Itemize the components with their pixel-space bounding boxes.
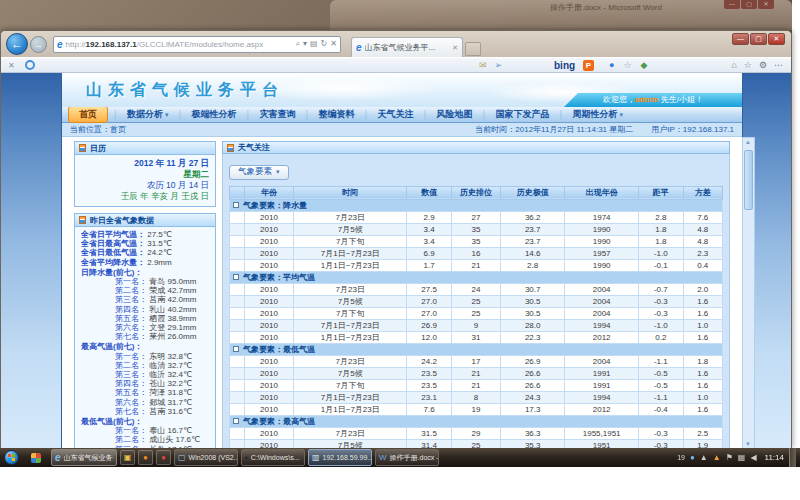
cell: 1994 [565, 391, 639, 403]
new-tab-button[interactable] [465, 42, 481, 56]
p-badge-icon[interactable]: P [583, 60, 594, 71]
rank-value: 乳山 40.2mm [147, 305, 196, 314]
cell: -1.0 [639, 247, 683, 259]
search-dropdown-icon[interactable]: ▾ [303, 39, 307, 49]
tray-network-icon[interactable]: ▦ [738, 453, 746, 462]
stop-icon[interactable]: ✕ [330, 39, 337, 49]
main-navigation: 首页│数据分析▾│极端性分析│灾害查询│整编资料│天气关注│风险地图│国家下发产… [62, 107, 742, 123]
taskbar-ie-button[interactable]: e 山东省气候业务平... [51, 449, 117, 466]
taskbar-window-button-4[interactable]: W操作手册.docx -... [375, 449, 439, 466]
window-icon: ▢ [178, 453, 186, 462]
nav-item-8[interactable]: 国家下发产品 [488, 107, 558, 122]
nav-item-7[interactable]: 风险地图 [429, 107, 481, 122]
addon-bar-close-icon[interactable]: ✕ [8, 61, 15, 70]
rank-label: 第一名： [115, 277, 147, 286]
start-button[interactable] [4, 450, 19, 465]
nav-item-6[interactable]: 天气关注 [370, 107, 422, 122]
taskbar-app-orange-button[interactable]: ● [138, 450, 153, 465]
minimize-button[interactable]: — [732, 33, 749, 45]
mail-icon[interactable]: ✉ [479, 60, 487, 70]
nav-item-4[interactable]: 灾害查询 [252, 107, 304, 122]
breadcrumb: 当前位置：首页 [70, 124, 126, 135]
group-checkbox[interactable] [233, 418, 239, 424]
taskbar-window-button-1[interactable]: ▢Win2008 (VS2... [174, 449, 238, 466]
nav-item-1[interactable]: 首页 [68, 106, 108, 123]
cell: 2.3 [683, 247, 723, 259]
scroll-down-icon[interactable]: ▼ [745, 441, 751, 447]
maximize-button[interactable]: ▢ [750, 33, 767, 45]
taskbar: e 山东省气候业务平... ▣ ● ● ▢Win2008 (VS2...▪C:\… [0, 448, 800, 467]
forward-button[interactable]: → [30, 36, 47, 53]
close-button[interactable]: ✕ [768, 33, 785, 45]
show-desktop-button[interactable] [789, 448, 796, 467]
cell: 21 [451, 367, 500, 379]
vertical-scrollbar[interactable]: ▲ ▼ [742, 137, 755, 449]
calendar-panel: 日历 2012 年 11 月 27 日 星期二 农历 10 月 14 日 壬辰 … [74, 141, 216, 207]
cell: 23.5 [407, 367, 451, 379]
cell: 7月23日 [294, 283, 407, 295]
tray-show-hidden-icon[interactable]: ▲ [700, 453, 708, 462]
background-maximize-icon[interactable]: ▢ [741, 0, 757, 9]
cell: 17.3 [501, 403, 565, 415]
back-button[interactable]: ← [6, 33, 28, 55]
group-checkbox[interactable] [233, 274, 239, 280]
taskbar-app-red-button[interactable]: ● [156, 450, 171, 465]
group-label: 气象要素：降水量 [243, 201, 307, 210]
nav-item-5[interactable]: 整编资料 [311, 107, 363, 122]
compatibility-icon[interactable]: ▤ [310, 39, 318, 49]
paw-icon[interactable]: ☆ [623, 60, 631, 70]
rank-label: 第二名： [115, 361, 147, 370]
nav-item-2[interactable]: 数据分析▾ [119, 107, 177, 122]
element-filter-button[interactable]: 气象要素 ▾ [229, 165, 289, 180]
column-header: 距平 [639, 186, 683, 199]
taskbar-clock[interactable]: 11:14 [765, 453, 784, 462]
rank-line: 第六名： 郯城 31.7℃ [81, 398, 212, 407]
background-close-icon[interactable]: ✕ [758, 0, 774, 9]
camera-icon[interactable]: ● [609, 60, 614, 70]
nav-item-label: 周期性分析 [573, 109, 618, 119]
group-checkbox[interactable] [233, 346, 239, 352]
tray-flag-icon[interactable]: ⚑ [726, 453, 733, 462]
column-header: 出现年份 [565, 186, 639, 199]
cell: 26.6 [501, 379, 565, 391]
nav-item-3[interactable]: 极端性分析 [184, 107, 245, 122]
share-icon[interactable]: ➢ [495, 60, 503, 70]
bing-logo[interactable]: bing [554, 60, 575, 71]
background-minimize-icon[interactable]: — [724, 0, 740, 9]
address-bar[interactable]: e http://192.168.137.1/GLCCLIMATE/module… [53, 36, 341, 53]
group-checkbox[interactable] [233, 202, 239, 208]
rank-label: 第三名： [115, 370, 147, 379]
tray-volume-icon[interactable]: ◀ [750, 453, 756, 462]
cell: 7月1日~7月23日 [294, 319, 407, 331]
scroll-up-icon[interactable]: ▲ [745, 139, 751, 145]
rank-value: 泰山 16.7℃ [147, 426, 192, 435]
taskbar-window-button-3[interactable]: ▥192.168.59.99... [308, 449, 372, 466]
launcher-icon[interactable] [31, 453, 41, 463]
taskbar-explorer-button[interactable]: ▣ [120, 450, 135, 465]
puzzle-icon[interactable]: ◆ [641, 60, 648, 70]
tray-app-icon[interactable]: ● [690, 453, 695, 462]
cell: 1990 [565, 259, 639, 271]
rank-line: 第一名： 东明 32.8℃ [81, 352, 212, 361]
home-icon[interactable]: ⌂ [731, 60, 736, 70]
more-icon[interactable]: ⋯ [774, 60, 783, 70]
chevron-down-icon: ▾ [620, 111, 624, 118]
browser-tab[interactable]: e 山东省气候业务平... ✕ [351, 37, 463, 57]
refresh-icon[interactable]: ↻ [321, 39, 328, 49]
taskbar-window-button-2[interactable]: ▪C:\Windows\s... [241, 449, 305, 466]
cell: 1994 [565, 319, 639, 331]
row-select-cell [230, 427, 245, 439]
rank-line: 第七名： 莱州 26.0mm [81, 332, 212, 341]
tab-close-icon[interactable]: ✕ [452, 44, 458, 52]
scrollbar-thumb[interactable] [744, 150, 753, 210]
addon-ring-icon[interactable] [25, 60, 35, 70]
search-icon[interactable]: ⌕ [296, 39, 300, 49]
cell: 7月23日 [294, 355, 407, 367]
tray-alert-icon[interactable]: ▲ [713, 453, 721, 462]
chevron-down-icon: ▾ [165, 111, 169, 118]
settings-icon[interactable]: ⚙ [759, 60, 767, 70]
nav-item-9[interactable]: 周期性分析▾ [565, 107, 632, 122]
favorites-icon[interactable]: ☆ [744, 60, 752, 70]
summary-line: 全省日最高气温： 31.5℃ [81, 239, 212, 248]
taskbar-button-label: 操作手册.docx -... [390, 453, 439, 463]
